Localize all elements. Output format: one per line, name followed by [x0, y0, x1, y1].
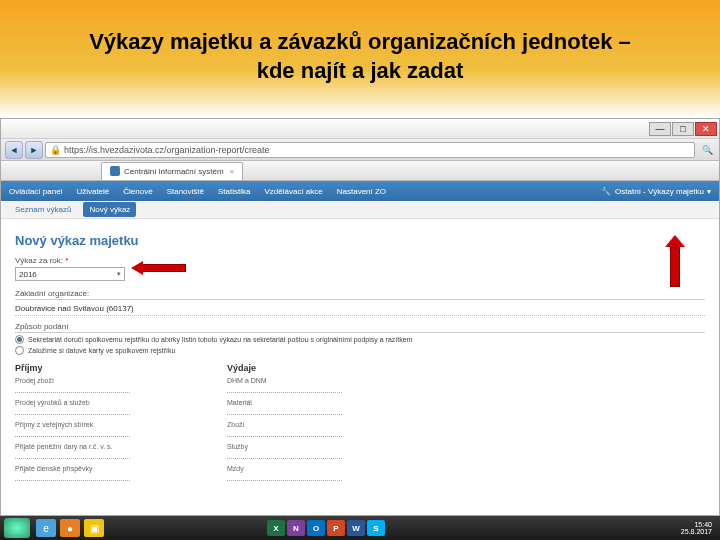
browser-tab[interactable]: Centrální informační systém ×	[101, 162, 243, 180]
subtab-new[interactable]: Nový výkaz	[83, 202, 136, 217]
start-button[interactable]	[4, 518, 30, 538]
expense-f4-input[interactable]	[227, 451, 342, 459]
tab-title: Centrální informační systém	[124, 167, 224, 176]
clock-time: 15:40	[681, 521, 712, 528]
sub-tabs: Seznam výkazů Nový výkaz	[1, 201, 719, 219]
clock: 15:40 25.8.2017	[681, 521, 712, 535]
income-f2: Prodej výrobků a služeb	[15, 399, 205, 406]
caret-down-icon: ▾	[707, 187, 711, 196]
expense-f3-input[interactable]	[227, 429, 342, 437]
slide-header: Výkazy majetku a závazků organizačních j…	[0, 0, 720, 118]
income-f5-input[interactable]	[15, 473, 130, 481]
menu-settings[interactable]: Nastavení ZO	[337, 187, 386, 196]
radio-icon-checked	[15, 335, 24, 344]
expense-f2-input[interactable]	[227, 407, 342, 415]
menu-stations[interactable]: Stanoviště	[167, 187, 204, 196]
title-line2: kde najít a jak zadat	[257, 58, 464, 83]
year-value: 2016	[19, 270, 37, 279]
address-bar: ◄ ► 🔒 https://is.hvezdazivota.cz/organiz…	[1, 139, 719, 161]
menu-users[interactable]: Uživatelé	[76, 187, 109, 196]
income-f4: Přijaté peněžní dary na r.č. v. s.	[15, 443, 205, 450]
method-section-head: Způsob podání	[15, 322, 705, 333]
menu-stats[interactable]: Statistika	[218, 187, 250, 196]
main-menu: Ovládací panel Uživatelé Členové Stanovi…	[1, 181, 719, 201]
expense-title: Výdaje	[227, 363, 417, 373]
tab-close-icon[interactable]: ×	[230, 167, 235, 176]
taskbar-firefox-icon[interactable]: ●	[60, 519, 80, 537]
expense-f4: Služby	[227, 443, 417, 450]
tabs-bar: Centrální informační systém ×	[1, 161, 719, 181]
window-titlebar: — □ ✕	[1, 119, 719, 139]
income-f3-input[interactable]	[15, 429, 130, 437]
close-button[interactable]: ✕	[695, 122, 717, 136]
taskbar-office-group: X N O P W S	[266, 520, 386, 536]
taskbar-excel-icon[interactable]: X	[267, 520, 285, 536]
menu-panel[interactable]: Ovládací panel	[9, 187, 62, 196]
menu-right[interactable]: 🔧 Ostatní - Výkazy majetku ▾	[601, 187, 711, 196]
expense-f1: DHM a DNM	[227, 377, 417, 384]
url-text: https://is.hvezdazivota.cz/organization-…	[64, 145, 270, 155]
maximize-button[interactable]: □	[672, 122, 694, 136]
taskbar-word-icon[interactable]: W	[347, 520, 365, 536]
taskbar-outlook-icon[interactable]: O	[307, 520, 325, 536]
taskbar: e ● ▣ X N O P W S 15:40 25.8.2017	[0, 516, 720, 540]
menu-members[interactable]: Členové	[123, 187, 152, 196]
forward-button[interactable]: ►	[25, 141, 43, 159]
expense-column: Výdaje DHM a DNM Materiál Zboží Služby M…	[227, 363, 417, 487]
method-opt2-label: Založíme si datové karty ve spolkovém re…	[28, 347, 175, 354]
clock-date: 25.8.2017	[681, 528, 712, 535]
year-select[interactable]: 2016 ▾	[15, 267, 125, 281]
title-line1: Výkazy majetku a závazků organizačních j…	[89, 29, 631, 54]
expense-f5-input[interactable]	[227, 473, 342, 481]
income-f3: Příjmy z veřejných sbírek	[15, 421, 205, 428]
search-icon[interactable]: 🔍	[699, 142, 715, 158]
expense-f3: Zboží	[227, 421, 417, 428]
taskbar-skype-icon[interactable]: S	[367, 520, 385, 536]
taskbar-onenote-icon[interactable]: N	[287, 520, 305, 536]
wrench-icon: 🔧	[601, 187, 611, 196]
url-input[interactable]: 🔒 https://is.hvezdazivota.cz/organizatio…	[45, 142, 695, 158]
columns: Příjmy Prodej zboží Prodej výrobků a slu…	[15, 363, 705, 487]
org-section-head: Základní organizace:	[15, 289, 705, 300]
expense-f1-input[interactable]	[227, 385, 342, 393]
taskbar-explorer-icon[interactable]: ▣	[84, 519, 104, 537]
year-label: Výkaz za rok: *	[15, 256, 705, 265]
income-f5: Přijaté členské příspěvky	[15, 465, 205, 472]
income-f1-input[interactable]	[15, 385, 130, 393]
menu-education[interactable]: Vzdělávací akce	[264, 187, 322, 196]
income-f1: Prodej zboží	[15, 377, 205, 384]
income-title: Příjmy	[15, 363, 205, 373]
method-opt1-label: Sekretariát doručí spolkovému rejstříku …	[28, 336, 412, 343]
method-option-2[interactable]: Založíme si datové karty ve spolkovém re…	[15, 346, 705, 355]
income-f2-input[interactable]	[15, 407, 130, 415]
form-area: Nový výkaz majetku Výkaz za rok: * 2016 …	[1, 219, 719, 495]
minimize-button[interactable]: —	[649, 122, 671, 136]
menu-other-label: Ostatní - Výkazy majetku	[615, 187, 704, 196]
chevron-down-icon: ▾	[117, 270, 121, 278]
form-heading: Nový výkaz majetku	[15, 233, 705, 248]
back-button[interactable]: ◄	[5, 141, 23, 159]
radio-icon	[15, 346, 24, 355]
slide-title: Výkazy majetku a závazků organizačních j…	[10, 28, 710, 85]
favicon-icon	[110, 166, 120, 176]
expense-f2: Materiál	[227, 399, 417, 406]
subtab-list[interactable]: Seznam výkazů	[9, 202, 77, 217]
org-value: Doubravice nad Svitavou (60137)	[15, 302, 705, 316]
browser-window: — □ ✕ ◄ ► 🔒 https://is.hvezdazivota.cz/o…	[0, 118, 720, 516]
method-option-1[interactable]: Sekretariát doručí spolkovému rejstříku …	[15, 335, 705, 344]
system-tray[interactable]: 15:40 25.8.2017	[681, 521, 716, 535]
taskbar-ie-icon[interactable]: e	[36, 519, 56, 537]
expense-f5: Mzdy	[227, 465, 417, 472]
lock-icon: 🔒	[50, 145, 61, 155]
income-f4-input[interactable]	[15, 451, 130, 459]
page-content: Ovládací panel Uživatelé Členové Stanovi…	[1, 181, 719, 515]
taskbar-powerpoint-icon[interactable]: P	[327, 520, 345, 536]
income-column: Příjmy Prodej zboží Prodej výrobků a slu…	[15, 363, 205, 487]
